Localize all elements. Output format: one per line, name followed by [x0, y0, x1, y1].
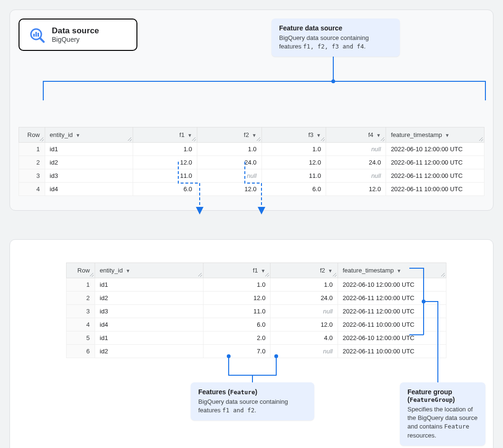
cell-value: 2.0	[203, 331, 271, 345]
cell-value: 1.0	[197, 143, 262, 156]
bigquery-icon	[28, 26, 45, 43]
cell-null: null	[271, 345, 338, 358]
chevron-down-icon: ▼	[376, 133, 381, 138]
data-source-title: Data source	[52, 26, 99, 36]
cell-entity-id: id1	[45, 143, 133, 156]
t-end: )	[453, 396, 455, 403]
table-row: 3id311.0null11.0null2022-06-11 12:00:00 …	[19, 169, 484, 183]
col-entity-id[interactable]: entity_id▼	[45, 127, 133, 143]
cell-value: 7.0	[203, 345, 271, 358]
cell-row: 2	[19, 156, 45, 169]
cell-entity-id: id1	[95, 278, 203, 292]
svg-line-1	[40, 38, 44, 42]
cell-row: 1	[67, 278, 95, 292]
table-header-row: Row entity_id▼ f1▼ f2▼ f3▼ f4▼ feature_t…	[19, 127, 484, 143]
chevron-down-icon: ▼	[397, 268, 401, 273]
col-row[interactable]: Row	[67, 263, 95, 278]
col-f1[interactable]: f1▼	[133, 127, 197, 143]
col-timestamp[interactable]: feature_timestamp▼	[386, 127, 484, 143]
cell-row: 3	[19, 169, 45, 183]
col-entity-id[interactable]: entity_id▼	[95, 263, 203, 278]
cell-null: null	[271, 305, 338, 318]
chevron-down-icon: ▼	[76, 133, 80, 138]
feature-store-table-wrap: Row entity_id▼ f1▼ f2▼ feature_timestamp…	[66, 263, 446, 358]
chevron-down-icon: ▼	[252, 133, 257, 138]
table-row: 6id27.0null2022-06-11 10:00:00 UTC	[67, 345, 446, 358]
cell-entity-id: id3	[95, 305, 203, 318]
cell-timestamp: 2022-06-11 12:00:00 UTC	[338, 292, 446, 305]
cell-value: 1.0	[133, 143, 197, 156]
table-row: 5id12.04.02022-06-10 12:00:00 UTC	[67, 331, 446, 345]
col-timestamp[interactable]: feature_timestamp▼	[338, 263, 446, 278]
cell-value: 12.0	[203, 292, 271, 305]
callout-body: BigQuery data source containing features…	[279, 34, 392, 51]
callout-body: BigQuery data source containing features…	[198, 398, 307, 415]
t-end: )	[255, 388, 258, 396]
cell-null: null	[326, 169, 386, 183]
cell-value: 11.0	[133, 169, 197, 183]
table-header-row: Row entity_id▼ f1▼ f2▼ feature_timestamp…	[67, 263, 446, 278]
callout-features: Features (Feature) BigQuery data source …	[191, 382, 314, 420]
table-feature-store: Row entity_id▼ f1▼ f2▼ feature_timestamp…	[66, 263, 446, 358]
table-row: 1id11.01.02022-06-10 12:00:00 UTC	[67, 278, 446, 292]
col-f1[interactable]: f1▼	[203, 263, 271, 278]
b-end: .	[254, 407, 256, 414]
callout-feature-data-source: Feature data source BigQuery data source…	[271, 19, 400, 57]
bigquery-table: Row entity_id▼ f1▼ f2▼ f3▼ f4▼ feature_t…	[19, 127, 484, 196]
cell-value: 6.0	[261, 183, 326, 196]
cell-entity-id: id2	[95, 292, 203, 305]
cell-value: 24.0	[197, 156, 262, 169]
cell-timestamp: 2022-06-10 12:00:00 UTC	[338, 278, 446, 292]
cell-value: 12.0	[271, 318, 338, 331]
callout-code: f1, f2, f3 and f4	[303, 43, 364, 50]
cell-timestamp: 2022-06-10 12:00:00 UTC	[338, 331, 446, 345]
cell-timestamp: 2022-06-11 12:00:00 UTC	[386, 156, 484, 169]
t: Features (	[198, 388, 230, 396]
cell-entity-id: id1	[95, 331, 203, 345]
cell-value: 24.0	[326, 156, 386, 169]
cell-entity-id: id3	[45, 169, 133, 183]
cell-row: 2	[67, 292, 95, 305]
cell-value: 1.0	[271, 278, 338, 292]
col-f4[interactable]: f4▼	[326, 127, 386, 143]
cell-entity-id: id4	[95, 318, 203, 331]
cell-value: 12.0	[261, 156, 326, 169]
callout-title: Feature group (FeatureGroup)	[407, 388, 478, 403]
cell-timestamp: 2022-06-11 12:00:00 UTC	[338, 305, 446, 318]
cell-row: 6	[67, 345, 95, 358]
t-code: FeatureGroup	[410, 396, 453, 403]
callout-text-end: .	[364, 43, 366, 50]
cell-timestamp: 2022-06-11 10:00:00 UTC	[386, 183, 484, 196]
callout-title: Feature data source	[279, 24, 392, 32]
cell-entity-id: id2	[95, 345, 203, 358]
table-row: 1id11.01.01.0null2022-06-10 12:00:00 UTC	[19, 143, 484, 156]
table-row: 3id311.0null2022-06-11 12:00:00 UTC	[67, 305, 446, 318]
cell-value: 1.0	[203, 278, 271, 292]
cell-entity-id: id4	[45, 183, 133, 196]
svg-rect-4	[38, 33, 39, 37]
svg-rect-2	[33, 34, 35, 37]
cell-value: 1.0	[261, 143, 326, 156]
cell-value: 24.0	[271, 292, 338, 305]
data-source-panel: Data source BigQuery Feature data source…	[10, 10, 493, 211]
col-f3[interactable]: f3▼	[261, 127, 326, 143]
cell-timestamp: 2022-06-11 12:00:00 UTC	[386, 169, 484, 183]
col-row[interactable]: Row	[19, 127, 45, 143]
col-f2[interactable]: f2▼	[271, 263, 338, 278]
chevron-down-icon: ▼	[316, 133, 321, 138]
t-code: Feature	[230, 389, 255, 396]
data-source-card: Data source BigQuery	[19, 19, 137, 51]
cell-row: 3	[67, 305, 95, 318]
b-end: resources.	[407, 432, 436, 439]
col-f2[interactable]: f2▼	[197, 127, 262, 143]
chevron-down-icon: ▼	[328, 268, 333, 273]
cell-timestamp: 2022-06-10 12:00:00 UTC	[386, 143, 484, 156]
cell-row: 5	[67, 331, 95, 345]
cell-null: null	[197, 169, 262, 183]
b-code: Feature	[444, 423, 469, 430]
cell-row: 4	[19, 183, 45, 196]
cell-value: 11.0	[261, 169, 326, 183]
feature-store-panel: Row entity_id▼ f1▼ f2▼ feature_timestamp…	[10, 239, 493, 448]
cell-row: 4	[67, 318, 95, 331]
chevron-down-icon: ▼	[445, 133, 450, 138]
